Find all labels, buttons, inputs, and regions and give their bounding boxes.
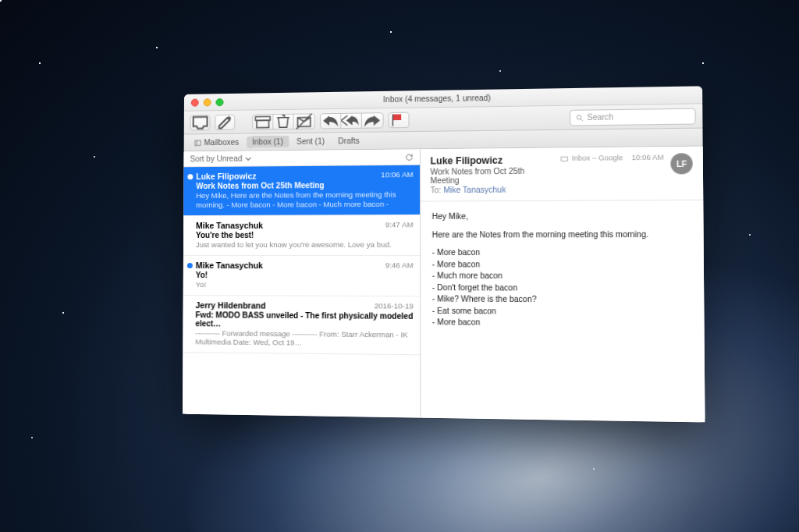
sort-label: Sort by Unread	[190, 154, 242, 163]
flag-button[interactable]	[389, 112, 410, 128]
msg-sender: Mike Tanasychuk	[196, 261, 263, 270]
fav-inbox[interactable]: Inbox (1)	[247, 136, 289, 148]
svg-rect-8	[195, 140, 201, 145]
inbox-small-icon	[561, 154, 569, 161]
unread-dot-icon	[187, 174, 193, 179]
chevron-down-icon	[244, 155, 252, 163]
msg-sender: Luke Filipowicz	[196, 172, 256, 182]
junk-button[interactable]	[294, 114, 314, 128]
get-mail-button[interactable]	[190, 115, 211, 130]
body-line: - More bacon	[432, 259, 692, 271]
body-line: - Much more bacon	[432, 271, 692, 283]
svg-rect-10	[562, 156, 568, 160]
body-line: - More bacon	[432, 317, 692, 330]
fav-inbox-label: Inbox (1)	[252, 137, 283, 146]
folder-tag: Inbox – Google 10:06 AM	[561, 153, 664, 162]
msg-time: 9:46 AM	[381, 261, 414, 270]
minimize-button[interactable]	[204, 98, 211, 106]
flag-icon	[389, 110, 409, 129]
header-from: Luke Filipowicz	[430, 154, 552, 167]
forward-button[interactable]	[362, 113, 383, 128]
search-input[interactable]: Search	[570, 108, 696, 126]
preview-pane: Luke Filipowicz Work Notes from Oct 25th…	[421, 147, 705, 423]
reply-button[interactable]	[321, 113, 341, 127]
body-line: - Mike? Where is the bacon?	[432, 293, 692, 307]
forward-icon	[362, 110, 383, 131]
fav-sent-label: Sent (1)	[297, 137, 325, 145]
sidebar-icon	[194, 139, 202, 147]
msg-subject: Fwd: MODO BASS unveiled - The first phys…	[195, 310, 413, 329]
msg-preview: Yo!	[196, 280, 414, 290]
msg-sender: Mike Tanasychuk	[196, 220, 263, 229]
folder-label: Inbox – Google	[572, 154, 623, 162]
msg-subject: You're the best!	[196, 230, 414, 239]
reply-all-button[interactable]	[341, 113, 362, 128]
body-greeting: Hey Mike,	[432, 210, 692, 222]
trash-icon	[273, 112, 293, 131]
mailboxes-label: Mailboxes	[204, 138, 239, 147]
msg-preview: ---------- Forwarded message ---------- …	[195, 328, 414, 349]
inbox-icon	[191, 113, 210, 132]
refresh-icon[interactable]	[405, 153, 413, 161]
mail-window: Inbox (4 messages, 1 unread)	[183, 86, 705, 422]
zoom-button[interactable]	[216, 98, 224, 106]
fav-sent[interactable]: Sent (1)	[291, 135, 330, 147]
mailboxes-toggle[interactable]: Mailboxes	[189, 137, 245, 149]
message-row[interactable]: Mike Tanasychuk9:47 AMYou're the best!Ju…	[183, 215, 420, 256]
message-row[interactable]: Luke Filipowicz10:06 AMWork Notes from O…	[183, 165, 420, 216]
archive-group	[252, 113, 315, 129]
fav-drafts-label: Drafts	[338, 137, 359, 145]
svg-line-7	[581, 119, 583, 121]
message-list-pane: Sort by Unread Luke Filipowicz10:06 AMWo…	[183, 149, 421, 417]
header-time: 10:06 AM	[631, 153, 663, 161]
to-value: Mike Tanasychuk	[443, 185, 506, 194]
junk-icon	[294, 111, 314, 131]
archive-icon	[253, 112, 272, 131]
content-split: Sort by Unread Luke Filipowicz10:06 AMWo…	[183, 147, 705, 423]
msg-subject: Work Notes from Oct 25th Meeting	[196, 180, 414, 190]
msg-time: 10:06 AM	[376, 170, 414, 180]
search-icon	[575, 113, 584, 121]
archive-button[interactable]	[253, 115, 273, 129]
msg-sender: Jerry Hildenbrand	[196, 300, 266, 310]
window-title: Inbox (4 messages, 1 unread)	[184, 90, 702, 107]
header-subject: Work Notes from Oct 25th Meeting	[430, 166, 552, 185]
compose-button[interactable]	[215, 114, 235, 129]
message-body: Hey Mike, Here are the Notes from the mo…	[421, 200, 705, 340]
svg-point-6	[577, 115, 581, 119]
compose-icon	[215, 112, 234, 131]
msg-preview: Just wanted to let you know you're aweso…	[196, 239, 414, 249]
avatar: LF	[670, 153, 693, 174]
message-row[interactable]: Mike Tanasychuk9:46 AMYo!Yo!	[183, 256, 420, 296]
msg-time: 9:47 AM	[381, 220, 414, 229]
body-intro: Here are the Notes from the morning meet…	[432, 229, 692, 241]
delete-button[interactable]	[273, 114, 293, 128]
msg-time: 2016-10-19	[369, 301, 413, 311]
body-line: - Don't forget the bacon	[432, 282, 692, 294]
reply-group	[320, 112, 384, 129]
svg-rect-4	[392, 114, 401, 120]
to-label: To:	[430, 186, 441, 194]
message-header: Luke Filipowicz Work Notes from Oct 25th…	[421, 147, 703, 202]
reply-all-icon	[341, 111, 361, 131]
body-line: - More bacon	[432, 247, 692, 259]
close-button[interactable]	[191, 98, 199, 106]
sort-header[interactable]: Sort by Unread	[184, 149, 420, 167]
msg-preview: Hey Mike, Here are the Notes from the mo…	[196, 190, 414, 209]
search-placeholder: Search	[587, 112, 613, 122]
reply-icon	[321, 111, 340, 131]
msg-subject: Yo!	[196, 271, 414, 280]
fav-drafts[interactable]: Drafts	[332, 135, 365, 147]
message-row[interactable]: Jerry Hildenbrand2016-10-19Fwd: MODO BAS…	[183, 296, 420, 356]
unread-dot-icon	[187, 263, 193, 268]
header-to: To: Mike Tanasychuk	[430, 185, 552, 194]
svg-rect-1	[257, 120, 269, 128]
